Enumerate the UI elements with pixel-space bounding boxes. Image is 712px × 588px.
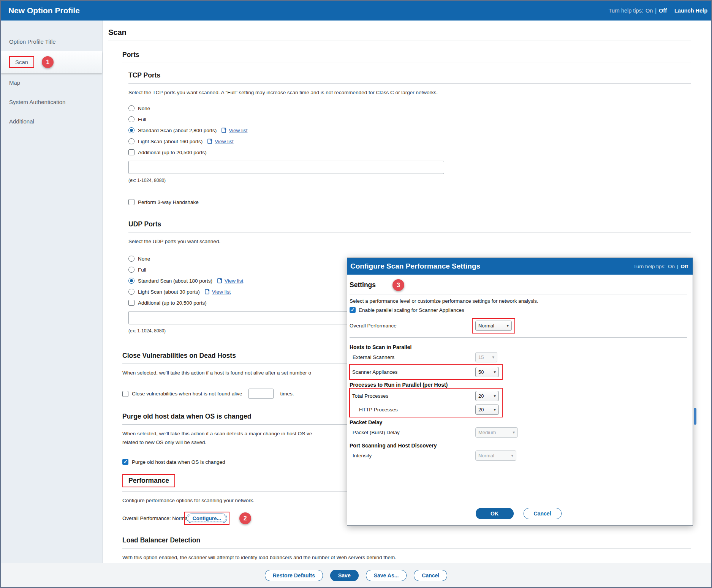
tcp-standard-view-list-link[interactable]: View list <box>222 128 247 133</box>
view-list-label: View list <box>225 278 243 284</box>
help-separator: | <box>655 8 657 14</box>
sidebar-item-map[interactable]: Map <box>1 73 102 92</box>
scanner-appliances-value: 50 <box>478 369 484 375</box>
view-list-icon <box>207 139 213 144</box>
ports-heading: Ports <box>122 51 691 59</box>
sidebar-item-system-authentication[interactable]: System Authentication <box>1 92 102 112</box>
external-scanners-select[interactable]: 15 <box>475 352 497 362</box>
udp-full-radio[interactable] <box>128 267 134 273</box>
parallel-scaling-checkbox[interactable] <box>350 307 356 313</box>
packet-delay-row: Packet (Burst) Delay Medium <box>350 425 687 439</box>
dialog-help-tips: Turn help tips: On | Off <box>633 264 688 269</box>
tcp-light-view-list-link[interactable]: View list <box>207 139 233 144</box>
total-processes-value: 20 <box>478 393 484 399</box>
tcp-standard-label: Standard Scan (about 2,800 ports) <box>138 128 217 133</box>
intensity-value: Normal <box>478 453 494 458</box>
configure-performance-dialog: Configure Scan Performance Settings Turn… <box>347 258 693 526</box>
close-vulns-times-input[interactable] <box>248 389 274 399</box>
overall-performance-label: Overall Performance: Normal <box>122 515 189 521</box>
udp-light-label: Light Scan (about 30 ports) <box>138 289 200 295</box>
annotation-step-2-badge: 2 <box>239 512 251 524</box>
settings-heading: Settings <box>350 281 376 289</box>
udp-none-radio[interactable] <box>128 256 134 262</box>
tcp-none-radio[interactable] <box>128 105 134 111</box>
annotation-step-3-badge: 3 <box>392 279 404 291</box>
udp-standard-view-list-link[interactable]: View list <box>217 278 243 284</box>
tcp-option-row: Full <box>128 116 691 122</box>
title-bar: New Option Profile Turn help tips: On | … <box>1 1 711 21</box>
external-scanners-row: External Scanners 15 <box>350 350 687 364</box>
app-window: New Option Profile Turn help tips: On | … <box>0 0 712 588</box>
sidebar-item-scan-label: Scan <box>15 59 28 65</box>
http-processes-label: HTTP Processes <box>350 407 475 413</box>
annotation-box-scan: Scan <box>9 56 34 68</box>
overall-performance-dialog-row: Overall Performance Normal <box>350 317 687 334</box>
udp-standard-radio[interactable] <box>128 278 134 284</box>
packet-delay-value: Medium <box>478 430 496 435</box>
annotation-box-processes: Total Processes 20 HTTP Processes 20 <box>349 388 503 417</box>
tcp-additional-ports-input[interactable] <box>128 161 444 174</box>
scrollbar-thumb[interactable] <box>694 408 696 425</box>
intensity-row: Intensity Normal <box>350 449 687 462</box>
help-on-toggle[interactable]: On <box>668 264 675 269</box>
tcp-option-row: Light Scan (about 160 ports) View list <box>128 138 691 144</box>
cancel-button[interactable]: Cancel <box>414 570 447 581</box>
overall-performance-label: Overall Performance <box>350 323 475 329</box>
intensity-label: Intensity <box>350 453 475 458</box>
udp-full-label: Full <box>138 267 146 273</box>
help-off-toggle[interactable]: Off <box>659 8 667 14</box>
divider <box>108 41 691 41</box>
sidebar-item-option-profile-title[interactable]: Option Profile Title <box>1 32 102 51</box>
overall-performance-select[interactable]: Normal <box>475 321 512 331</box>
external-scanners-value: 15 <box>478 354 484 360</box>
view-list-label: View list <box>215 139 233 144</box>
three-way-handshake-label: Perform 3-way Handshake <box>138 199 199 205</box>
udp-light-view-list-link[interactable]: View list <box>205 289 231 295</box>
sidebar-item-additional[interactable]: Additional <box>1 112 102 131</box>
sidebar: Option Profile Title Scan 1 Map System A… <box>1 21 103 587</box>
packet-delay-select[interactable]: Medium <box>475 427 518 438</box>
annotation-box-configure: Configure... <box>184 512 229 525</box>
tcp-additional-checkbox[interactable] <box>128 149 134 155</box>
udp-ports-heading: UDP Ports <box>128 220 691 228</box>
hosts-parallel-heading: Hosts to Scan in Parallel <box>350 344 687 350</box>
sidebar-item-scan[interactable]: Scan 1 <box>1 51 102 73</box>
restore-defaults-button[interactable]: Restore Defaults <box>265 570 323 581</box>
http-processes-select[interactable]: 20 <box>475 405 499 415</box>
dialog-title-bar: Configure Scan Performance Settings Turn… <box>347 258 693 275</box>
annotation-step-1-badge: 1 <box>42 56 54 68</box>
dialog-body: Settings 3 Select a performance level or… <box>347 275 693 525</box>
annotation-box-overall-select: Normal <box>472 318 515 334</box>
three-way-handshake-checkbox[interactable] <box>128 199 134 205</box>
intensity-select[interactable]: Normal <box>475 450 516 461</box>
total-processes-label: Total Processes <box>350 393 475 399</box>
tcp-none-label: None <box>138 106 150 111</box>
launch-help-link[interactable]: Launch Help <box>674 8 707 14</box>
total-processes-select[interactable]: 20 <box>475 391 499 401</box>
scanner-appliances-select[interactable]: 50 <box>475 367 499 377</box>
tcp-option-row: Standard Scan (about 2,800 ports) View l… <box>128 127 691 133</box>
dialog-cancel-button[interactable]: Cancel <box>524 508 562 519</box>
view-list-icon <box>205 289 210 294</box>
tcp-full-radio[interactable] <box>128 116 134 122</box>
view-list-label: View list <box>212 289 231 295</box>
dialog-ok-button[interactable]: OK <box>476 508 514 519</box>
tcp-light-radio[interactable] <box>128 138 134 144</box>
close-vulns-checkbox[interactable] <box>122 391 128 397</box>
dialog-title: Configure Scan Performance Settings <box>350 262 480 270</box>
purge-checkbox[interactable] <box>122 459 128 465</box>
save-button[interactable]: Save <box>330 570 359 581</box>
tcp-standard-radio[interactable] <box>128 127 134 133</box>
footer-bar: Restore Defaults Save Save As... Cancel <box>1 563 711 587</box>
help-on-toggle[interactable]: On <box>646 8 653 14</box>
divider <box>128 83 691 84</box>
save-as-button[interactable]: Save As... <box>366 570 407 581</box>
help-off-toggle[interactable]: Off <box>681 264 688 269</box>
port-scanning-heading: Port Scanning and Host Discovery <box>350 443 687 449</box>
divider <box>122 63 691 63</box>
udp-standard-label: Standard Scan (about 180 ports) <box>138 278 212 284</box>
udp-additional-checkbox[interactable] <box>128 300 134 306</box>
tcp-option-row: None <box>128 105 691 111</box>
udp-light-radio[interactable] <box>128 289 134 295</box>
configure-button[interactable]: Configure... <box>187 514 227 523</box>
